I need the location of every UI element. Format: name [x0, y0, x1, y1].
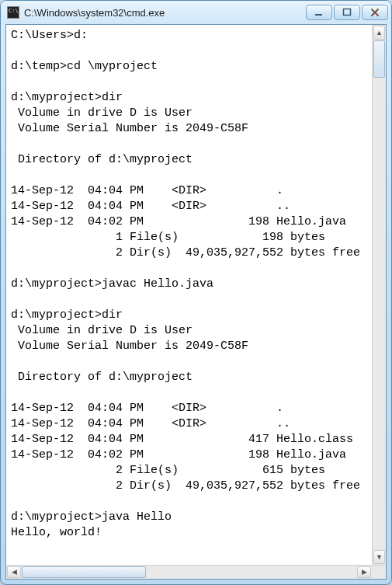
close-icon	[370, 8, 380, 17]
console-output[interactable]: C:\Users>d: d:\temp>cd \myproject d:\myp…	[6, 25, 372, 565]
svg-rect-1	[344, 9, 351, 16]
scroll-right-button[interactable]: ▶	[357, 566, 371, 578]
cmd-window: C:\Windows\system32\cmd.exe C:\Users>d: …	[0, 0, 392, 585]
scrollbar-corner	[372, 566, 386, 579]
window-title: C:\Windows\system32\cmd.exe	[24, 7, 304, 19]
scroll-left-button[interactable]: ◀	[7, 566, 21, 578]
horizontal-scroll-thumb[interactable]	[22, 566, 146, 578]
client-row: C:\Users>d: d:\temp>cd \myproject d:\myp…	[6, 25, 386, 565]
maximize-button[interactable]	[334, 5, 360, 20]
titlebar[interactable]: C:\Windows\system32\cmd.exe	[1, 1, 391, 24]
client-area: C:\Users>d: d:\temp>cd \myproject d:\myp…	[5, 24, 387, 580]
vertical-scrollbar[interactable]: ▲ ▼	[372, 25, 386, 565]
close-button[interactable]	[362, 5, 388, 20]
scroll-down-button[interactable]: ▼	[373, 550, 385, 564]
vertical-scroll-thumb[interactable]	[373, 40, 385, 78]
chevron-right-icon: ▶	[362, 569, 367, 576]
svg-rect-0	[315, 14, 322, 16]
chevron-left-icon: ◀	[12, 569, 17, 576]
cmd-icon	[7, 6, 19, 19]
horizontal-scrollbar[interactable]: ◀ ▶	[6, 565, 386, 579]
scroll-up-button[interactable]: ▲	[373, 26, 385, 40]
maximize-icon	[342, 8, 352, 17]
chevron-up-icon: ▲	[376, 30, 383, 37]
minimize-button[interactable]	[306, 5, 332, 20]
chevron-down-icon: ▼	[376, 554, 383, 561]
minimize-icon	[314, 8, 324, 17]
